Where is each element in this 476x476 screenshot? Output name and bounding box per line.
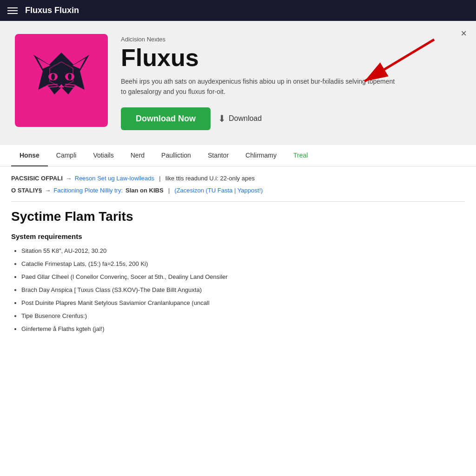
req-heading: System requirements [11, 232, 465, 240]
tab-votiails[interactable]: Votiails [85, 145, 122, 166]
breadcrumb-row-1: PACSISIC OFPALI → Reeson Set ug Law-lowl… [11, 175, 465, 182]
section-heading: Syctime Flam Tarits [11, 209, 465, 224]
tab-chlirmamy[interactable]: Chlirmamy [237, 145, 285, 166]
navbar-title: Fluxus Fluxin [25, 6, 79, 15]
tabs-bar: Honse Campli Votiails Nerd Paulliction S… [0, 145, 476, 166]
requirements-list: Sitation 55 K8", AU-2012, 30.20 Cataclie… [11, 245, 465, 335]
list-item: Post Duinite Plapres Manit Setylous Savi… [21, 297, 465, 309]
hero-panel: Adicision Nextes Fluxus Beehi irps you a… [0, 21, 476, 145]
status-link-1[interactable]: Facitioning Plote Nillly try: [53, 187, 123, 194]
status-label: O STALIY§ [11, 187, 42, 194]
breadcrumb-label-1: PACSISIC OFPALI [11, 175, 63, 182]
arrow-right-icon-1: → [66, 175, 72, 182]
content-section: PACSISIC OFPALI → Reeson Set ug Law-lowl… [0, 166, 476, 344]
tab-nerd[interactable]: Nerd [122, 145, 153, 166]
status-text-1: Slan on KIBS [126, 187, 164, 194]
list-item: Cataclie Frimestap Lats, (15:) fa≈2.15s,… [21, 258, 465, 270]
hero-app-title: Fluxus [121, 46, 461, 70]
divider-1 [11, 201, 465, 202]
breadcrumb-sep-1: | [159, 175, 161, 182]
list-item: Brach Day Anspica [ Tuxus Class (S3.KOV)… [21, 284, 465, 296]
list-item: Tipe Busenore Crenfus:) [21, 310, 465, 322]
list-item: Paed Gllar Clheel (I Conellor Converinç,… [21, 271, 465, 283]
svg-point-8 [68, 73, 72, 80]
download-button-label: Download [229, 114, 262, 123]
hero-description: Beehi irps you ath sats on auydexpenicus… [121, 76, 400, 97]
hamburger-menu[interactable] [7, 7, 18, 14]
tab-treal[interactable]: Treal [285, 145, 316, 166]
tab-campli[interactable]: Campli [48, 145, 85, 166]
status-paren[interactable]: (Zacesizon (TU Fasta | Yappost!) [174, 187, 263, 194]
hero-content: Adicision Nextes Fluxus Beehi irps you a… [121, 34, 461, 130]
tab-paulliction[interactable]: Paulliction [153, 145, 199, 166]
navbar: Fluxus Fluxin [0, 0, 476, 21]
svg-point-7 [51, 73, 55, 80]
arrow-right-icon-2: → [45, 187, 51, 194]
list-item: Sitation 55 K8", AU-2012, 30.20 [21, 245, 465, 257]
status-row: O STALIY§ → Facitioning Plote Nillly try… [11, 187, 465, 194]
hero-subtitle: Adicision Nextes [121, 36, 461, 43]
download-icon: ⬇ [218, 113, 226, 124]
tab-stantor[interactable]: Stantor [199, 145, 237, 166]
hero-buttons: Download Now ⬇ Download [121, 107, 461, 130]
download-button[interactable]: ⬇ Download [218, 113, 262, 124]
tab-honse[interactable]: Honse [11, 145, 48, 166]
breadcrumb-link-1[interactable]: Reeson Set ug Law-lowlleads [75, 175, 154, 182]
download-now-button[interactable]: Download Now [121, 107, 211, 130]
status-sep: | [168, 187, 170, 194]
close-button[interactable]: × [461, 27, 467, 40]
list-item: Ginferteme å Flaths kgteh (jal!) [21, 323, 465, 335]
breadcrumb-text-1: like ttis readund U.i: 22-only apes [165, 175, 255, 182]
logo-svg [29, 48, 94, 113]
app-logo [15, 34, 108, 127]
